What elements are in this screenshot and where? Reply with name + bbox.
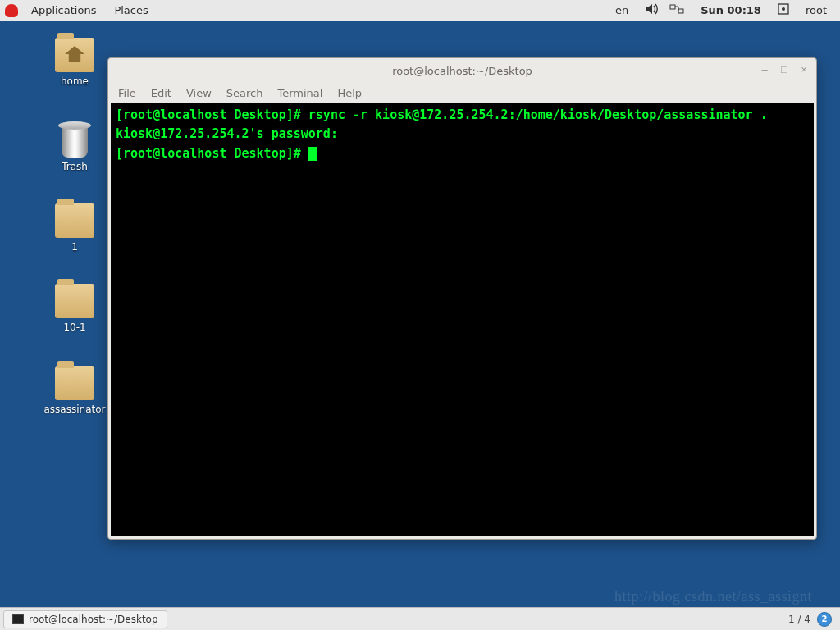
desktop-icon-label: home [38,75,112,87]
taskbar-task-terminal[interactable]: root@localhost:~/Desktop [3,610,167,628]
trash-icon [58,121,91,158]
volume-icon[interactable] [645,3,658,17]
power-icon[interactable] [778,3,789,17]
menu-edit[interactable]: Edit [151,87,171,99]
places-menu[interactable]: Places [109,2,153,18]
taskbar-task-label: root@localhost:~/Desktop [29,614,158,625]
folder-icon [55,284,94,318]
window-title: root@localhost:~/Desktop [392,65,532,77]
desktop-icon-label: 10-1 [38,322,112,333]
home-folder-icon [55,38,94,72]
terminal-cursor [308,147,317,161]
workspace-switcher-badge[interactable]: 2 [817,612,832,627]
terminal-task-icon [12,614,24,624]
top-panel: Applications Places en Sun 00:18 root [0,0,840,21]
svg-point-3 [782,7,785,11]
bottom-panel: root@localhost:~/Desktop 1 / 4 2 [0,607,840,630]
watermark-text: http://blog.csdn.net/ass_assignt [614,588,812,605]
desktop-icon-trash[interactable]: Trash [38,121,112,172]
desktop-icon-label: Trash [38,161,112,172]
maximize-button[interactable]: □ [778,63,790,75]
desktop-icon-folder-1[interactable]: 1 [38,203,112,253]
folder-icon [55,366,94,400]
svg-rect-1 [678,9,683,13]
terminal-menubar: File Edit View Search Terminal Help [108,83,816,103]
workspace-indicator-text: 1 / 4 [788,614,810,625]
user-menu[interactable]: root [801,2,832,18]
menu-view[interactable]: View [186,87,212,99]
close-button[interactable]: × [798,63,810,75]
applications-menu[interactable]: Applications [26,2,101,18]
network-icon[interactable] [669,3,684,17]
desktop-icon-label: 1 [38,241,112,253]
desktop-icon-folder-10-1[interactable]: 10-1 [38,284,112,333]
clock[interactable]: Sun 00:18 [696,2,766,18]
menu-search[interactable]: Search [226,87,263,99]
desktop-icon-label: assassinator [38,404,112,415]
menu-file[interactable]: File [118,87,136,99]
terminal-window: root@localhost:~/Desktop – □ × File Edit… [107,57,817,540]
terminal-output[interactable]: [root@localhost Desktop]# rsync -r kiosk… [111,103,814,536]
svg-rect-0 [670,5,675,9]
distro-logo-icon [5,4,18,17]
desktop-icon-home[interactable]: home [38,38,112,87]
folder-icon [55,203,94,238]
menu-help[interactable]: Help [337,87,362,99]
menu-terminal[interactable]: Terminal [277,87,322,99]
window-titlebar[interactable]: root@localhost:~/Desktop – □ × [108,58,816,83]
minimize-button[interactable]: – [759,63,770,75]
desktop-icon-folder-assassinator[interactable]: assassinator [38,366,112,415]
keyboard-layout-indicator[interactable]: en [610,2,633,18]
